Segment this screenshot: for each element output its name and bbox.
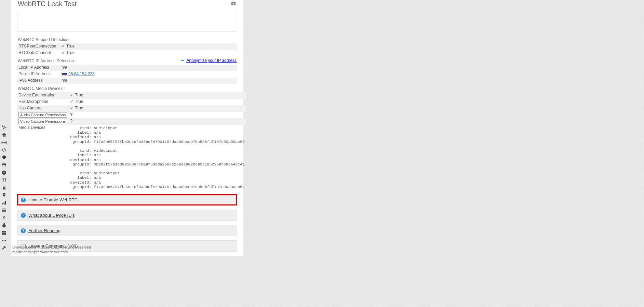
left-rail	[0, 123, 10, 252]
device-ids-block[interactable]: ? What about Device ID's	[17, 210, 237, 221]
svg-rect-3	[3, 187, 5, 189]
gear-icon[interactable]	[1, 155, 8, 161]
broadcast-icon[interactable]	[1, 139, 8, 146]
footer-copyright: BrowserLeaks © 2011-2022 All Right Reser…	[12, 245, 91, 250]
image-icon[interactable]	[1, 162, 8, 168]
svg-rect-5	[2, 203, 3, 204]
svg-point-16	[4, 240, 5, 241]
svg-point-17	[5, 240, 6, 241]
svg-rect-8	[2, 209, 6, 209]
ad-placeholder	[17, 12, 237, 32]
camera-icon[interactable]	[230, 0, 237, 8]
ip-section-title: WebRTC IP Address Detection : Anonymize …	[11, 56, 243, 65]
dev-val-0: True	[75, 93, 83, 97]
code-icon[interactable]	[1, 147, 8, 153]
home-icon[interactable]	[1, 132, 8, 138]
page-title: WebRTC Leak Test	[18, 0, 77, 8]
table-row: IPv6 Address n/a	[17, 78, 237, 84]
ip-section-title-text: WebRTC IP Address Detection :	[18, 58, 76, 63]
dev-val-2: True	[75, 106, 83, 110]
svg-point-0	[4, 142, 5, 143]
footer-mailto: mailto:admin@browserleaks.com	[12, 250, 91, 254]
svg-rect-9	[2, 210, 6, 211]
list-icon[interactable]	[1, 207, 8, 213]
check-icon: ✓	[62, 44, 65, 49]
ipv6-val: n/a	[60, 78, 237, 84]
support-table: RTCPeerConnection ✓True RTCDataChannel ✓…	[17, 43, 237, 56]
table-row: Has Camera ✓True	[17, 105, 246, 112]
steam-icon[interactable]	[1, 215, 8, 221]
support-section-title: WebRTC Support Detection :	[11, 35, 243, 43]
table-row: Media Devices kind: audioinput label: n/…	[17, 125, 246, 190]
svg-point-15	[2, 240, 3, 241]
dev-val-1: True	[75, 99, 83, 104]
audio-perm-val: ?	[70, 112, 72, 117]
table-row: Has Microphone ✓True	[17, 99, 246, 105]
how-to-disable-webrtc-block[interactable]: ? How to Disable WebRTC	[17, 194, 237, 205]
cube-icon[interactable]	[1, 170, 8, 176]
svg-rect-6	[4, 202, 5, 204]
svg-rect-7	[5, 201, 6, 205]
table-row: RTCPeerConnection ✓True	[17, 43, 237, 50]
flag-ru-icon	[62, 72, 67, 76]
video-perm-val: ?	[70, 119, 72, 123]
public-ip-link[interactable]: 95.84.194.233	[68, 71, 95, 76]
flash-icon[interactable]	[1, 222, 8, 228]
support-val-1: True	[66, 50, 75, 55]
svg-rect-12	[4, 231, 6, 232]
svg-rect-14	[4, 233, 6, 235]
video-capture-permissions-button[interactable]: Video Capture Permissions	[18, 119, 67, 124]
further-reading-link[interactable]: Further Reading	[28, 228, 61, 233]
check-icon: ✓	[62, 50, 65, 55]
support-key-1: RTCDataChannel	[17, 50, 60, 56]
how-to-disable-webrtc-link[interactable]: How to Disable WebRTC	[28, 197, 78, 202]
dev-key-0: Device Enumeration	[17, 92, 69, 99]
anonymize-link-wrapper: Anonymize your IP address	[180, 58, 237, 63]
local-ip-val: n/a	[60, 65, 237, 71]
media-devices-pre: kind: audioinput label: n/a deviceId: n/…	[70, 125, 245, 190]
table-row: Device Enumeration ✓True	[17, 92, 246, 99]
ipv6-key: IPv6 Address	[17, 78, 60, 84]
page-title-row: WebRTC Leak Test	[11, 0, 243, 9]
local-ip-key: Local IP Address	[17, 65, 60, 71]
svg-rect-10	[2, 211, 6, 212]
table-row: Video Capture Permissions ?	[17, 118, 246, 125]
lock-icon[interactable]	[1, 185, 8, 191]
table-row: Local IP Address n/a	[17, 65, 237, 71]
table-row: Public IP Address 95.84.194.233	[17, 71, 237, 78]
ip-table: Local IP Address n/a Public IP Address 9…	[17, 65, 237, 84]
svg-rect-13	[2, 233, 4, 235]
footer: BrowserLeaks © 2011-2022 All Right Reser…	[12, 245, 91, 255]
table-row: RTCDataChannel ✓True	[17, 50, 237, 56]
svg-rect-11	[2, 231, 4, 233]
device-ids-link[interactable]: What about Device ID's	[28, 213, 75, 218]
devices-section-title: WebRTC Media Devices :	[11, 84, 243, 92]
windows-icon[interactable]	[1, 230, 8, 236]
check-icon: ✓	[70, 99, 73, 104]
further-reading-block[interactable]: ? Further Reading	[17, 225, 237, 236]
check-icon: ✓	[70, 93, 73, 97]
media-devices-key: Media Devices	[17, 125, 69, 190]
anonymize-ip-link[interactable]: Anonymize your IP address	[186, 58, 237, 63]
tools-icon[interactable]	[1, 245, 8, 251]
help-icon: ?	[21, 198, 26, 202]
main-panel: WebRTC Leak Test WebRTC Support Detectio…	[11, 0, 243, 256]
nord-icon	[180, 58, 185, 63]
dev-key-2: Has Camera	[17, 105, 69, 112]
text-height-icon[interactable]	[1, 177, 8, 183]
table-row: Audio Capture Permissions ?	[17, 112, 246, 118]
bar-chart-icon[interactable]	[1, 200, 8, 206]
public-ip-key: Public IP Address	[17, 71, 60, 78]
pin-icon[interactable]	[1, 192, 8, 198]
help-icon: ?	[21, 213, 26, 218]
devices-table: Device Enumeration ✓True Has Microphone …	[17, 92, 246, 190]
more-icon[interactable]	[1, 237, 8, 243]
check-icon: ✓	[70, 106, 73, 110]
svg-point-18	[232, 3, 234, 4]
cursor-icon[interactable]	[1, 124, 8, 131]
audio-capture-permissions-button[interactable]: Audio Capture Permissions	[18, 112, 67, 118]
svg-point-4	[4, 194, 5, 195]
support-val-0: True	[66, 44, 75, 49]
support-key-0: RTCPeerConnection	[17, 43, 60, 50]
dev-key-1: Has Microphone	[17, 99, 69, 105]
